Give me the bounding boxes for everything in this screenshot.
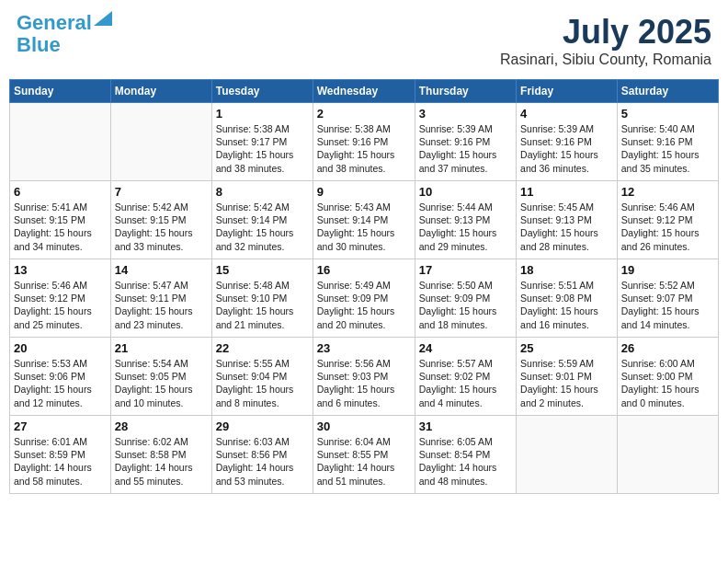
cell-line: Sunrise: 5:44 AM — [419, 201, 493, 213]
calendar-cell: 18Sunrise: 5:51 AMSunset: 9:08 PMDayligh… — [517, 259, 618, 338]
day-number: 25 — [520, 341, 613, 355]
day-number: 6 — [14, 185, 107, 199]
cell-line: Sunset: 9:14 PM — [317, 214, 389, 225]
logo-general: General — [17, 11, 92, 34]
cell-content: Sunrise: 5:40 AMSunset: 9:16 PMDaylight:… — [621, 122, 714, 175]
day-number: 18 — [520, 263, 613, 277]
calendar-cell: 5Sunrise: 5:40 AMSunset: 9:16 PMDaylight… — [617, 103, 718, 181]
calendar-cell: 30Sunrise: 6:04 AMSunset: 8:55 PMDayligh… — [313, 416, 415, 494]
cell-line: Daylight: 15 hours and 14 minutes. — [621, 305, 700, 329]
cell-content: Sunrise: 5:42 AMSunset: 9:15 PMDaylight:… — [115, 201, 208, 253]
cell-content: Sunrise: 5:47 AMSunset: 9:11 PMDaylight:… — [115, 279, 208, 331]
day-header-friday: Friday — [517, 80, 618, 103]
cell-line: Daylight: 15 hours and 34 minutes. — [14, 227, 92, 251]
day-number: 15 — [216, 263, 309, 277]
day-number: 2 — [317, 107, 411, 121]
cell-line: Daylight: 15 hours and 35 minutes. — [621, 149, 700, 173]
day-number: 10 — [419, 185, 512, 199]
day-number: 20 — [14, 341, 107, 355]
calendar-cell: 20Sunrise: 5:53 AMSunset: 9:06 PMDayligh… — [10, 338, 111, 416]
cell-content: Sunrise: 5:49 AMSunset: 9:09 PMDaylight:… — [317, 279, 411, 331]
cell-line: Sunset: 9:11 PM — [115, 293, 187, 304]
cell-content: Sunrise: 5:38 AMSunset: 9:16 PMDaylight:… — [317, 122, 411, 175]
calendar-cell: 4Sunrise: 5:39 AMSunset: 9:16 PMDaylight… — [517, 103, 618, 181]
cell-line: Daylight: 15 hours and 16 minutes. — [520, 305, 598, 329]
cell-line: Sunset: 9:07 PM — [621, 293, 693, 304]
day-number: 19 — [621, 263, 714, 277]
logo-triangle-icon — [94, 11, 112, 26]
calendar-cell: 16Sunrise: 5:49 AMSunset: 9:09 PMDayligh… — [313, 259, 415, 338]
cell-line: Daylight: 15 hours and 23 minutes. — [115, 305, 193, 329]
cell-line: Sunrise: 5:51 AM — [520, 280, 594, 291]
day-number: 7 — [115, 185, 208, 199]
calendar-cell: 28Sunrise: 6:02 AMSunset: 8:58 PMDayligh… — [110, 416, 211, 494]
cell-line: Daylight: 15 hours and 8 minutes. — [216, 384, 294, 408]
cell-line: Sunrise: 5:48 AM — [216, 280, 290, 291]
cell-line: Daylight: 14 hours and 53 minutes. — [216, 462, 294, 486]
cell-line: Sunrise: 6:03 AM — [216, 436, 290, 447]
calendar-cell — [617, 416, 718, 494]
cell-line: Sunrise: 6:00 AM — [621, 358, 695, 369]
cell-line: Sunrise: 5:54 AM — [115, 358, 188, 369]
cell-line: Daylight: 15 hours and 4 minutes. — [419, 384, 497, 408]
calendar-cell: 2Sunrise: 5:38 AMSunset: 9:16 PMDaylight… — [313, 103, 415, 181]
cell-line: Sunrise: 5:47 AM — [115, 280, 188, 291]
cell-line: Sunset: 9:04 PM — [216, 371, 288, 382]
cell-line: Daylight: 14 hours and 58 minutes. — [14, 462, 92, 486]
cell-line: Sunrise: 5:49 AM — [317, 280, 391, 291]
cell-line: Sunrise: 5:53 AM — [14, 358, 87, 369]
cell-line: Sunset: 9:16 PM — [419, 136, 491, 147]
calendar-cell: 23Sunrise: 5:56 AMSunset: 9:03 PMDayligh… — [313, 338, 415, 416]
calendar-cell: 31Sunrise: 6:05 AMSunset: 8:54 PMDayligh… — [415, 416, 516, 494]
cell-content: Sunrise: 5:46 AMSunset: 9:12 PMDaylight:… — [14, 279, 107, 331]
logo: General Blue — [17, 13, 92, 55]
cell-content: Sunrise: 5:56 AMSunset: 9:03 PMDaylight:… — [317, 357, 411, 409]
cell-line: Daylight: 15 hours and 26 minutes. — [621, 227, 700, 251]
cell-line: Sunset: 9:13 PM — [419, 214, 491, 225]
day-number: 12 — [621, 185, 714, 199]
cell-line: Sunset: 9:15 PM — [14, 214, 85, 225]
cell-line: Daylight: 15 hours and 38 minutes. — [216, 149, 294, 173]
day-number: 30 — [317, 419, 411, 433]
day-number: 4 — [520, 107, 613, 121]
cell-line: Sunrise: 6:04 AM — [317, 436, 391, 447]
location-title: Rasinari, Sibiu County, Romania — [500, 52, 711, 68]
calendar-cell: 8Sunrise: 5:42 AMSunset: 9:14 PMDaylight… — [211, 181, 313, 259]
day-number: 9 — [317, 185, 411, 199]
cell-line: Sunrise: 5:50 AM — [419, 280, 493, 291]
day-number: 24 — [419, 341, 512, 355]
cell-content: Sunrise: 5:59 AMSunset: 9:01 PMDaylight:… — [520, 357, 613, 409]
calendar-cell: 21Sunrise: 5:54 AMSunset: 9:05 PMDayligh… — [110, 338, 211, 416]
day-number: 22 — [216, 341, 309, 355]
cell-line: Sunset: 9:12 PM — [621, 214, 693, 225]
week-row-2: 6Sunrise: 5:41 AMSunset: 9:15 PMDaylight… — [10, 181, 719, 259]
day-number: 13 — [14, 263, 107, 277]
day-header-tuesday: Tuesday — [211, 80, 313, 103]
cell-line: Daylight: 15 hours and 12 minutes. — [14, 384, 92, 408]
cell-content: Sunrise: 5:39 AMSunset: 9:16 PMDaylight:… — [419, 122, 512, 175]
day-number: 16 — [317, 263, 411, 277]
day-number: 8 — [216, 185, 309, 199]
cell-line: Daylight: 15 hours and 36 minutes. — [520, 149, 598, 173]
cell-line: Sunrise: 5:55 AM — [216, 358, 290, 369]
cell-content: Sunrise: 6:05 AMSunset: 8:54 PMDaylight:… — [419, 435, 512, 488]
cell-content: Sunrise: 5:55 AMSunset: 9:04 PMDaylight:… — [216, 357, 309, 409]
calendar-table: SundayMondayTuesdayWednesdayThursdayFrid… — [9, 79, 719, 494]
cell-line: Sunrise: 5:42 AM — [216, 201, 290, 213]
cell-line: Sunset: 8:58 PM — [115, 449, 187, 460]
cell-line: Daylight: 15 hours and 21 minutes. — [216, 305, 294, 329]
cell-line: Sunrise: 5:59 AM — [520, 358, 594, 369]
cell-content: Sunrise: 5:42 AMSunset: 9:14 PMDaylight:… — [216, 201, 309, 253]
cell-line: Daylight: 15 hours and 25 minutes. — [14, 305, 92, 329]
cell-content: Sunrise: 6:03 AMSunset: 8:56 PMDaylight:… — [216, 435, 309, 488]
cell-content: Sunrise: 5:45 AMSunset: 9:13 PMDaylight:… — [520, 201, 613, 253]
cell-line: Daylight: 15 hours and 2 minutes. — [520, 384, 598, 408]
calendar-cell: 25Sunrise: 5:59 AMSunset: 9:01 PMDayligh… — [517, 338, 618, 416]
cell-line: Daylight: 15 hours and 18 minutes. — [419, 305, 497, 329]
day-number: 14 — [115, 263, 208, 277]
cell-line: Sunrise: 6:02 AM — [115, 436, 188, 447]
cell-line: Daylight: 14 hours and 51 minutes. — [317, 462, 395, 486]
calendar-cell: 3Sunrise: 5:39 AMSunset: 9:16 PMDaylight… — [415, 103, 516, 181]
calendar-cell: 7Sunrise: 5:42 AMSunset: 9:15 PMDaylight… — [110, 181, 211, 259]
cell-line: Sunset: 8:56 PM — [216, 449, 288, 460]
